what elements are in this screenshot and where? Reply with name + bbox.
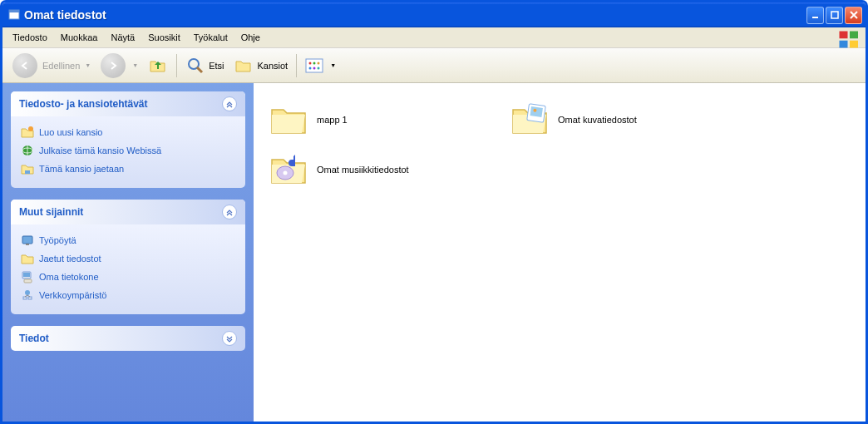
folder-item[interactable]: Omat kuvatiedostot xyxy=(506,95,747,145)
svg-rect-5 xyxy=(850,32,858,39)
content-area: mapp 1 Omat kuvatiedostot Omat musiikkit… xyxy=(254,83,866,422)
sidebar-item-desktop[interactable]: Työpöytä xyxy=(21,231,235,249)
svg-point-16 xyxy=(318,67,320,69)
panel-details: Tiedot xyxy=(11,326,245,351)
views-icon xyxy=(305,58,325,73)
desktop-icon xyxy=(21,234,34,247)
my-computer-icon xyxy=(21,270,34,283)
sidebar-item-label: Verkkoympäristö xyxy=(39,290,106,300)
menu-favorites[interactable]: Suosikit xyxy=(141,30,187,45)
sidebar-item-publish-web[interactable]: Julkaise tämä kansio Webissä xyxy=(21,141,235,160)
sidebar-item-shared-docs[interactable]: Jaetut tiedostot xyxy=(21,249,235,268)
folder-item[interactable]: mapp 1 xyxy=(265,95,506,145)
svg-rect-6 xyxy=(840,41,848,48)
search-icon xyxy=(185,56,205,76)
svg-point-12 xyxy=(313,62,316,64)
collapse-icon xyxy=(222,96,237,111)
svg-rect-25 xyxy=(24,279,32,283)
folder-icon xyxy=(269,100,308,140)
sidebar-item-network[interactable]: Verkkoympäristö xyxy=(21,286,235,304)
toolbar: Edellinen ▼ ▼ Etsi Ka xyxy=(2,48,866,83)
item-label: mapp 1 xyxy=(317,115,348,125)
music-folder-icon xyxy=(269,150,308,190)
back-button[interactable]: Edellinen ▼ xyxy=(7,52,96,80)
svg-rect-27 xyxy=(23,297,27,299)
minimize-button[interactable] xyxy=(806,7,824,24)
search-button[interactable]: Etsi xyxy=(180,54,229,77)
svg-point-17 xyxy=(28,126,33,131)
svg-point-26 xyxy=(25,290,30,295)
forward-arrow-icon xyxy=(101,53,126,78)
sidebar-item-share-folder[interactable]: Tämä kansio jaetaan xyxy=(21,160,235,178)
pictures-folder-icon xyxy=(510,100,550,140)
svg-point-35 xyxy=(284,171,288,175)
svg-rect-3 xyxy=(831,12,838,18)
svg-rect-2 xyxy=(812,17,818,18)
search-label: Etsi xyxy=(209,61,224,71)
panel-header-file-tasks[interactable]: Tiedosto- ja kansiotehtävät xyxy=(11,91,245,116)
sidebar-item-label: Tämä kansio jaetaan xyxy=(39,164,124,174)
svg-rect-4 xyxy=(840,32,848,39)
publish-web-icon xyxy=(21,144,34,157)
collapse-icon xyxy=(222,205,237,219)
svg-rect-10 xyxy=(306,59,323,72)
svg-rect-7 xyxy=(850,41,858,48)
menu-view[interactable]: Näytä xyxy=(104,30,141,45)
panel-title: Tiedot xyxy=(19,333,49,344)
forward-button[interactable]: ▼ xyxy=(96,52,143,80)
sidebar-item-my-computer[interactable]: Oma tietokone xyxy=(21,268,235,286)
up-button[interactable] xyxy=(143,54,173,77)
folders-label: Kansiot xyxy=(257,61,288,71)
item-label: Omat musiikkitiedostot xyxy=(317,165,409,175)
sidebar-item-label: Luo uusi kansio xyxy=(39,127,102,137)
sidebar-item-new-folder[interactable]: Luo uusi kansio xyxy=(21,123,235,141)
svg-point-14 xyxy=(309,67,312,69)
folder-up-icon xyxy=(148,56,168,76)
network-icon xyxy=(21,288,34,302)
svg-rect-1 xyxy=(9,10,19,12)
windows-logo-icon xyxy=(837,29,862,46)
panel-other-places: Muut sijainnit Työpöytä xyxy=(11,200,245,314)
svg-line-9 xyxy=(197,67,202,72)
svg-point-13 xyxy=(318,62,320,64)
chevron-down-icon: ▼ xyxy=(85,62,91,68)
folder-item[interactable]: Omat musiikkitiedostot xyxy=(265,145,506,195)
close-button[interactable] xyxy=(845,7,862,24)
sidebar-item-label: Julkaise tämä kansio Webissä xyxy=(39,145,161,155)
panel-file-tasks: Tiedosto- ja kansiotehtävät Luo uusi kan… xyxy=(11,91,245,188)
sidebar: Tiedosto- ja kansiotehtävät Luo uusi kan… xyxy=(2,83,254,422)
sidebar-item-label: Oma tietokone xyxy=(39,272,99,282)
back-arrow-icon xyxy=(12,53,37,78)
panel-title: Muut sijainnit xyxy=(19,206,83,218)
svg-rect-28 xyxy=(28,297,32,299)
menu-edit[interactable]: Muokkaa xyxy=(54,30,105,45)
titlebar: Omat tiedostot xyxy=(2,2,866,27)
chevron-down-icon: ▼ xyxy=(330,62,336,68)
panel-title: Tiedosto- ja kansiotehtävät xyxy=(19,98,147,110)
menu-help[interactable]: Ohje xyxy=(234,30,267,45)
menu-tools[interactable]: Työkalut xyxy=(187,30,234,45)
views-button[interactable]: ▼ xyxy=(300,57,341,75)
sidebar-item-label: Työpöytä xyxy=(39,235,76,245)
window-icon xyxy=(7,8,21,22)
share-folder-icon xyxy=(21,162,34,175)
panel-header-details[interactable]: Tiedot xyxy=(11,326,245,351)
shared-docs-icon xyxy=(21,252,34,265)
panel-header-other-places[interactable]: Muut sijainnit xyxy=(11,200,245,224)
expand-icon xyxy=(222,331,237,346)
svg-rect-24 xyxy=(23,273,30,277)
folders-icon xyxy=(234,56,254,76)
new-folder-icon xyxy=(21,126,34,139)
menubar: Tiedosto Muokkaa Näytä Suosikit Työkalut… xyxy=(2,27,866,48)
window-title: Omat tiedostot xyxy=(24,8,806,22)
svg-point-15 xyxy=(313,67,316,69)
maximize-button[interactable] xyxy=(826,7,843,24)
item-label: Omat kuvatiedostot xyxy=(558,115,637,125)
svg-rect-32 xyxy=(530,106,543,117)
menu-file[interactable]: Tiedosto xyxy=(6,30,54,45)
folders-button[interactable]: Kansiot xyxy=(229,54,293,77)
back-label: Edellinen xyxy=(42,61,80,71)
svg-rect-21 xyxy=(22,236,32,244)
svg-rect-22 xyxy=(26,244,29,245)
chevron-down-icon: ▼ xyxy=(132,62,138,68)
